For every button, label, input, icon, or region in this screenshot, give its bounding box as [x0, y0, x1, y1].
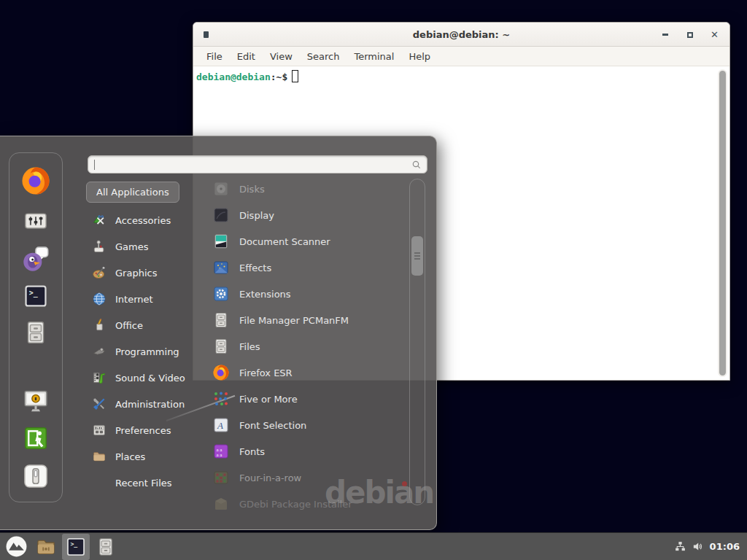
category-internet[interactable]: Internet [86, 286, 203, 312]
app-item-firefox-esr[interactable]: Firefox ESR [205, 359, 406, 386]
app-item-extensions[interactable]: Extensions [205, 281, 406, 307]
terminal-icon: >_ [23, 284, 48, 308]
app-item-fonts[interactable]: a aa aFonts [205, 438, 406, 464]
prompt-user-host: debian@debian [196, 71, 271, 82]
search-text-cursor [94, 160, 95, 170]
terminal-menu-view[interactable]: View [263, 48, 300, 65]
category-recent-files[interactable]: Recent Files [86, 470, 203, 496]
places-icon [92, 449, 107, 464]
search-icon [411, 159, 422, 171]
effects-icon [212, 259, 230, 276]
category-list: All ApplicationsAccessoriesGamesGraphics… [86, 181, 203, 496]
prompt-separator: : [271, 71, 276, 82]
app-item-effects[interactable]: Effects [205, 254, 406, 281]
administration-icon [92, 397, 107, 411]
category-office[interactable]: Office [86, 312, 203, 338]
category-accessories[interactable]: Accessories [86, 207, 203, 233]
favorite-logout[interactable] [21, 424, 50, 453]
favorite-control-center[interactable] [21, 206, 50, 236]
office-icon [92, 318, 107, 332]
five-or-more-icon [212, 390, 230, 408]
svg-text:A: A [217, 420, 223, 431]
disks-icon [212, 180, 230, 198]
app-item-four-in-a-row[interactable]: Four-in-a-row [205, 464, 406, 491]
extensions-icon [212, 285, 230, 303]
taskbar-files-button[interactable] [92, 534, 120, 560]
terminal-titlebar[interactable]: debian@debian: ~ ✕ [193, 23, 729, 47]
favorite-lock-screen[interactable] [21, 386, 50, 416]
file-manager-icon [23, 319, 49, 346]
programming-icon [92, 344, 107, 359]
terminal-menu-file[interactable]: File [199, 48, 230, 65]
svg-text:a a: a a [217, 452, 223, 458]
application-list: DisksDisplayDocument ScannerEffectsExten… [205, 176, 406, 514]
app-item-gdebi-package-installer[interactable]: GDebi Package Installer [205, 491, 406, 514]
volume-icon[interactable] [692, 540, 704, 553]
taskbar-terminal-button[interactable]: >_ [62, 534, 90, 560]
terminal-scrollbar[interactable] [718, 69, 727, 377]
fonts-icon: a aa a [212, 443, 230, 460]
window-title: debian@debian: ~ [413, 29, 510, 40]
app-item-disks[interactable]: Disks [205, 176, 406, 202]
window-controls: ✕ [660, 23, 719, 47]
application-list-scrollbar[interactable] [409, 179, 425, 505]
terminal-menu-edit[interactable]: Edit [230, 48, 263, 65]
application-menu: debian >_ All ApplicationsAccessoriesGam… [0, 136, 437, 530]
terminal-menu-terminal[interactable]: Terminal [347, 48, 401, 65]
app-item-file-manager-pcmanfm[interactable]: File Manager PCManFM [205, 307, 406, 333]
terminal-menu-search[interactable]: Search [300, 48, 347, 65]
app-item-five-or-more[interactable]: Five or More [205, 386, 406, 412]
internet-icon [92, 292, 107, 306]
menu-search-box[interactable] [88, 155, 427, 174]
category-places[interactable]: Places [86, 443, 203, 470]
menu-logo-icon [5, 535, 28, 558]
app-item-files[interactable]: Files [205, 333, 406, 359]
terminal-icon: >_ [66, 537, 86, 557]
sound-video-icon [92, 370, 107, 385]
tb-folder-icon [36, 537, 56, 557]
close-button[interactable]: ✕ [710, 30, 719, 39]
preferences-icon [92, 423, 107, 438]
cabinet-icon [212, 311, 230, 329]
accessories-icon [92, 213, 107, 228]
category-preferences[interactable]: Preferences [86, 417, 203, 443]
category-all-applications[interactable]: All Applications [86, 182, 179, 203]
minimize-button[interactable] [660, 30, 670, 39]
desktop: debian@debian: ~ ✕ FileEditViewSearchTer… [0, 0, 747, 560]
category-graphics[interactable]: Graphics [86, 260, 203, 286]
app-item-font-selection[interactable]: AFont Selection [205, 412, 406, 438]
logout-icon [23, 425, 49, 451]
svg-text:>_: >_ [70, 540, 77, 547]
graphics-icon [92, 265, 107, 280]
category-sound-video[interactable]: Sound & Video [86, 365, 203, 391]
app-item-display[interactable]: Display [205, 202, 406, 228]
terminal-menubar: FileEditViewSearchTerminalHelp [193, 47, 729, 66]
shutdown-icon [22, 462, 50, 490]
cabinet-icon [212, 338, 230, 355]
app-item-document-scanner[interactable]: Document Scanner [205, 228, 406, 254]
network-icon[interactable] [674, 540, 686, 553]
taskbar: >_ 01:06 [0, 532, 747, 560]
terminal-scrollbar-thumb[interactable] [719, 71, 726, 376]
terminal-menu-help[interactable]: Help [401, 48, 438, 65]
favorite-terminal[interactable]: >_ [21, 281, 50, 311]
games-icon [92, 239, 107, 254]
favorite-firefox[interactable] [21, 166, 50, 195]
category-administration[interactable]: Administration [86, 391, 203, 417]
favorites-column: >_ [9, 152, 63, 502]
firefox-icon [212, 364, 230, 381]
taskbar-file-manager-folder-button[interactable] [32, 534, 60, 560]
favorite-shutdown[interactable] [21, 462, 50, 491]
search-input[interactable] [94, 157, 400, 172]
taskbar-menu-button[interactable] [2, 534, 30, 560]
favorite-file-manager[interactable] [21, 318, 50, 347]
category-games[interactable]: Games [86, 233, 203, 260]
category-programming[interactable]: Programming [86, 338, 203, 365]
maximize-button[interactable] [685, 30, 694, 39]
application-list-scrollbar-thumb[interactable] [411, 236, 423, 276]
favorite-pidgin[interactable] [21, 244, 50, 273]
system-tray [674, 540, 704, 553]
svg-text:>_: >_ [29, 289, 38, 298]
window-menu-icon[interactable] [204, 31, 209, 38]
pidgin-icon [21, 244, 50, 273]
